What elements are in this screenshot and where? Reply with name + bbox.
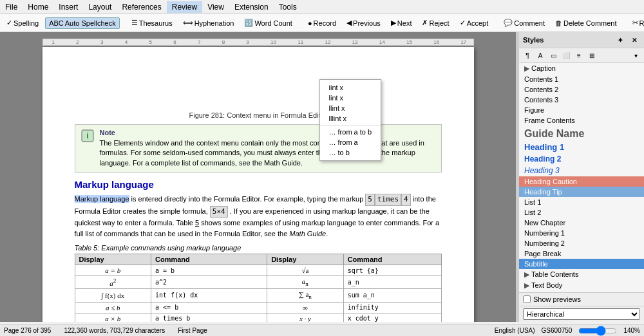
table-caption: Table 5: Example commands using markup l… (75, 244, 442, 252)
style-text-body[interactable]: ▶Text Body (519, 280, 644, 291)
styles-title: Styles (523, 36, 544, 44)
style-heading2[interactable]: Heading 2 (519, 153, 644, 165)
context-menu[interactable]: iint x lint x llint x lllint x … from a … (319, 79, 382, 161)
table-row: a = b a = b √a sqrt {a} (75, 265, 441, 276)
cell-d1-r1: a = b (75, 265, 151, 276)
review-toolbar: ✓ Spelling ABC Auto Spellcheck ☰ Thesaur… (0, 14, 644, 32)
show-previews-label: Show previews (533, 295, 581, 303)
spelling-button[interactable]: ✓ Spelling (3, 17, 43, 29)
previous-button[interactable]: ◀ Previous (343, 17, 384, 29)
word-count-button[interactable]: 🔢 Word Count (240, 17, 296, 29)
cm-lint[interactable]: lint x (320, 93, 381, 103)
paragraph-styles-button[interactable]: ¶ (522, 50, 533, 61)
arrow-icon: ▶ (524, 64, 529, 72)
menu-file[interactable]: File (0, 1, 23, 13)
style-heading-tip[interactable]: Heading Tip (519, 187, 644, 197)
menu-tools[interactable]: Tools (274, 1, 302, 13)
next-button[interactable]: ▶ Next (387, 17, 416, 29)
frame-styles-button[interactable]: ▭ (547, 50, 559, 61)
cm-lllint[interactable]: lllint x (320, 113, 381, 124)
style-caption[interactable]: ▶Caption (519, 63, 644, 74)
show-previews-checkbox[interactable] (523, 295, 531, 303)
char-styles-button[interactable]: A (535, 50, 546, 61)
style-figure[interactable]: Figure (519, 105, 644, 115)
thesaurus-button[interactable]: ☰ Thesaurus (128, 17, 176, 29)
record-button[interactable]: ● Record (304, 17, 340, 29)
document-area[interactable]: 12345 678910 1112131415 1617 iint x lint… (0, 32, 516, 322)
cell-c2-r3: sum a_n (343, 289, 441, 302)
cm-iint[interactable]: iint x (320, 82, 381, 93)
page: iint x lint x llint x lllint x … from a … (43, 47, 474, 322)
formula-4: 4 (401, 194, 411, 206)
style-frame-contents[interactable]: Frame Contents (519, 115, 644, 126)
cm-from-a-to-b[interactable]: … from a to b (320, 127, 381, 137)
delete-comment-button[interactable]: 🗑 Delete Comment (551, 17, 621, 29)
style-page-break[interactable]: Page Break (519, 248, 644, 259)
note-icon: i (80, 129, 95, 143)
cell-d2-r2: an (267, 276, 344, 289)
col-display2: Display (267, 254, 344, 265)
style-list1[interactable]: List 1 (519, 197, 644, 207)
formula-result: 5×4 (210, 206, 228, 218)
comment-button[interactable]: 💬 Comment (500, 17, 549, 29)
style-contents3[interactable]: Contents 3 (519, 95, 644, 105)
style-list2[interactable]: List 2 (519, 207, 644, 218)
list-styles-button[interactable]: ≡ (573, 50, 585, 61)
menu-references[interactable]: References (117, 1, 166, 13)
style-numbering2[interactable]: Numbering 2 (519, 238, 644, 248)
menu-review[interactable]: Review (167, 1, 202, 13)
arrow-icon-tb: ▶ (524, 281, 529, 289)
cell-c2-r4: infinity (343, 302, 441, 313)
table-styles-button[interactable]: ⊞ (586, 50, 598, 61)
cm-from-a[interactable]: … from a (320, 137, 381, 147)
styles-panel: Styles ✦ ✕ ¶ A ▭ ⬜ ≡ ⊞ ▾ ▶Caption Conten… (518, 32, 644, 322)
cm-llint[interactable]: llint x (320, 103, 381, 113)
style-table-contents[interactable]: ▶Table Contents (519, 269, 644, 280)
menu-home[interactable]: Home (23, 1, 53, 13)
menu-bar: File Home Insert Layout References Revie… (0, 0, 644, 14)
styles-footer: Show previews (519, 292, 644, 306)
cell-d2-r5: x · y (267, 313, 344, 322)
styles-filter-select[interactable]: Hierarchical All Styles Applied Styles (523, 308, 640, 320)
styles-dropdown-area: Hierarchical All Styles Applied Styles (519, 306, 644, 322)
menu-insert[interactable]: Insert (53, 1, 83, 13)
page-styles-button[interactable]: ⬜ (560, 50, 572, 61)
note-title: Note (100, 129, 436, 136)
auto-spellcheck-button[interactable]: ABC Auto Spellcheck (45, 17, 120, 29)
style-heading1[interactable]: Heading 1 (519, 141, 644, 153)
note-body: Note The Elements window and the context… (100, 129, 436, 168)
figure-caption: Figure 281: Context menu in Formula Edit… (75, 111, 442, 119)
styles-list[interactable]: ▶Caption Contents 1 Contents 2 Contents … (519, 63, 644, 292)
cell-d1-r4: a ≤ b (75, 302, 151, 313)
formula-times: times (375, 194, 401, 206)
styles-panel-header: Styles ✦ ✕ (519, 32, 644, 48)
style-heading3[interactable]: Heading 3 (519, 165, 644, 176)
new-style-button[interactable]: ✦ (614, 34, 626, 46)
style-contents1[interactable]: Contents 1 (519, 74, 644, 84)
style-subtitle[interactable]: Subtitle (519, 259, 644, 269)
styles-menu-button[interactable]: ▾ (630, 50, 641, 61)
style-numbering1[interactable]: Numbering 1 (519, 228, 644, 238)
reject-button[interactable]: ✗ Reject (418, 17, 453, 29)
abc-icon: ABC (49, 19, 64, 27)
hyphenation-button[interactable]: ⟺ Hyphenation (179, 17, 238, 29)
cell-d1-r3: ∫ f(x) dx (75, 289, 151, 302)
style-contents2[interactable]: Contents 2 (519, 84, 644, 95)
menu-view[interactable]: View (202, 1, 229, 13)
close-styles-button[interactable]: ✕ (629, 34, 640, 46)
markup-language-heading: Markup language (75, 179, 442, 190)
table-row: ∫ f(x) dx int f(x) dx ∑ an sum a_n (75, 289, 441, 302)
menu-extension[interactable]: Extension (229, 1, 274, 13)
formula-markup1: 5 (365, 194, 375, 206)
style-heading-caution[interactable]: Heading Caution (519, 176, 644, 187)
style-guide-name[interactable]: Guide Name (519, 126, 644, 141)
cell-d2-r3: ∑ an (267, 289, 344, 302)
redact-button[interactable]: ✂ Redact (629, 17, 644, 29)
cell-c2-r5: x cdot y (343, 313, 441, 322)
note-box: i Note The Elements window and the conte… (75, 124, 442, 173)
accept-button[interactable]: ✓ Accept (456, 17, 493, 29)
menu-layout[interactable]: Layout (83, 1, 117, 13)
styles-icon-bar: ¶ A ▭ ⬜ ≡ ⊞ ▾ (519, 48, 644, 63)
cm-to-b[interactable]: … to b (320, 147, 381, 158)
style-new-chapter[interactable]: New Chapter (519, 218, 644, 228)
